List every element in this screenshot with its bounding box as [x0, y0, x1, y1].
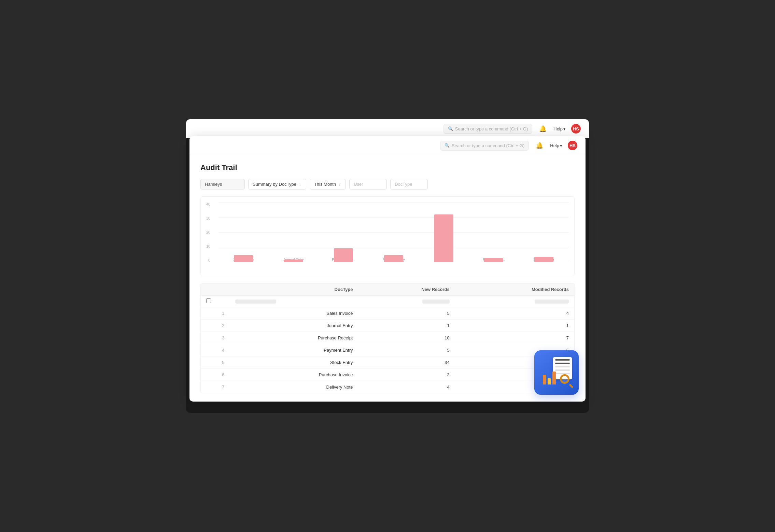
y-label-30: 30: [206, 216, 210, 220]
table-row: 1 Sales Invoice 5 4: [201, 307, 574, 320]
row-new-2: 1: [358, 320, 455, 332]
mini-bar-1: [543, 375, 546, 384]
audit-table: DocType New Records Modified Records: [201, 283, 574, 393]
table-row: 2 Journal Entry 1 1: [201, 320, 574, 332]
bar-group-journal-entry: Journal Entry: [269, 202, 319, 262]
table-header-num: [216, 283, 230, 296]
bar-group-purchase-invoice: Purchase In ...: [469, 202, 519, 262]
help-chevron-icon: ▾: [560, 143, 562, 148]
bar-payment-entry[interactable]: [384, 255, 403, 262]
bar-group-delivery-note: Delivery Note: [519, 202, 569, 262]
table-row: 7 Delivery Note 4 3: [201, 381, 574, 393]
user-avatar[interactable]: HS: [568, 141, 577, 150]
row-num-4: 4: [216, 344, 230, 356]
decoration-illustration: [534, 350, 579, 395]
row-modified-2: 1: [455, 320, 574, 332]
chart-bars: Sales Invoice Journal Entry Purchase Re …: [219, 202, 569, 270]
bar-delivery-note[interactable]: [534, 257, 553, 262]
view-type-chevron-icon: ⋮: [298, 182, 302, 186]
bg-user-avatar[interactable]: HS: [571, 124, 581, 134]
search-placeholder: Search or type a command (Ctrl + G): [452, 143, 525, 148]
filters-row: Hamleys Summary by DocType ⋮ This Month …: [200, 179, 575, 190]
page-title: Audit Trail: [200, 163, 575, 172]
table-header-row: DocType New Records Modified Records: [201, 283, 574, 296]
chart-y-axis: 0 10 20 30 40: [206, 202, 212, 262]
row-new-6: 3: [358, 369, 455, 381]
bg-search-icon: 🔍: [448, 126, 453, 131]
row-num-6: 6: [216, 369, 230, 381]
help-button[interactable]: Help ▾: [550, 143, 562, 148]
outer-frame: 🔍 Search or type a command (Ctrl + G) 🔔 …: [186, 119, 589, 413]
skeleton-new: [422, 299, 450, 304]
table-wrapper: DocType New Records Modified Records: [200, 283, 575, 393]
bg-help-button[interactable]: Help ▾: [553, 126, 566, 131]
bg-topbar: 🔍 Search or type a command (Ctrl + G) 🔔 …: [186, 119, 589, 138]
table-row-skeleton: [201, 296, 574, 307]
view-type-filter[interactable]: Summary by DocType ⋮: [248, 179, 306, 190]
search-icon: 🔍: [445, 143, 450, 148]
bg-search-box[interactable]: 🔍 Search or type a command (Ctrl + G): [443, 124, 533, 134]
row-modified-3: 7: [455, 332, 574, 344]
skeleton-checkbox[interactable]: [206, 298, 211, 303]
topbar: 🔍 Search or type a command (Ctrl + G) 🔔 …: [189, 136, 586, 155]
bar-group-payment-entry: Payment Entry: [369, 202, 419, 262]
page-content: Audit Trail Hamleys Summary by DocType ⋮…: [189, 155, 586, 402]
bg-help-label: Help: [553, 126, 563, 131]
bell-button[interactable]: 🔔: [534, 140, 545, 151]
row-new-4: 5: [358, 344, 455, 356]
paper-line-1: [555, 359, 570, 361]
table-row: 3 Purchase Receipt 10 7: [201, 332, 574, 344]
mini-bar-2: [548, 378, 551, 384]
bg-search-placeholder: Search or type a command (Ctrl + G): [455, 126, 528, 131]
row-num-2: 2: [216, 320, 230, 332]
table-row: 5 Stock Entry 34 34: [201, 356, 574, 369]
row-modified-1: 4: [455, 307, 574, 320]
user-filter[interactable]: User: [349, 179, 387, 190]
table-header-checkbox: [201, 283, 216, 296]
main-window: 🔍 Search or type a command (Ctrl + G) 🔔 …: [189, 136, 586, 402]
row-new-3: 10: [358, 332, 455, 344]
row-doctype-3: Purchase Receipt: [230, 332, 358, 344]
y-label-0: 0: [208, 258, 210, 262]
table-header-doctype: DocType: [230, 283, 358, 296]
search-box[interactable]: 🔍 Search or type a command (Ctrl + G): [440, 141, 529, 151]
help-label: Help: [550, 143, 559, 148]
mag-circle: [560, 374, 569, 384]
paper-line-4: [555, 369, 570, 371]
row-num-1: 1: [216, 307, 230, 320]
mini-bar-3: [552, 372, 556, 384]
bar-purchase-invoice[interactable]: [484, 258, 503, 262]
y-label-40: 40: [206, 202, 210, 206]
mini-bars-icon: [543, 372, 556, 384]
row-doctype-5: Stock Entry: [230, 356, 358, 369]
period-filter[interactable]: This Month ⋮: [310, 179, 346, 190]
decoration-inner: [541, 357, 572, 388]
row-num-7: 7: [216, 381, 230, 393]
company-filter[interactable]: Hamleys: [200, 179, 245, 190]
period-label: This Month: [314, 182, 336, 187]
doctype-filter[interactable]: DocType: [390, 179, 428, 190]
skeleton-doctype: [235, 299, 276, 304]
bar-group-stock-entry: Stock Entry: [419, 202, 469, 262]
y-label-10: 10: [206, 244, 210, 248]
row-new-7: 4: [358, 381, 455, 393]
row-doctype-7: Delivery Note: [230, 381, 358, 393]
bar-group-purchase-receipt: Purchase Re ...: [319, 202, 369, 262]
row-num-5: 5: [216, 356, 230, 369]
row-doctype-1: Sales Invoice: [230, 307, 358, 320]
chart-area: 0 10 20 30 40: [200, 196, 575, 276]
view-type-label: Summary by DocType: [253, 182, 296, 187]
bar-purchase-receipt[interactable]: [334, 248, 353, 262]
row-num-3: 3: [216, 332, 230, 344]
bar-journal-entry[interactable]: [284, 260, 303, 262]
bar-stock-entry[interactable]: [434, 214, 453, 262]
row-new-5: 34: [358, 356, 455, 369]
table-row: 4 Payment Entry 5 5: [201, 344, 574, 356]
paper-line-3: [555, 366, 570, 367]
magnifier-icon: [560, 374, 574, 388]
bg-bell-button[interactable]: 🔔: [538, 124, 548, 134]
table-row: 6 Purchase Invoice 3 3: [201, 369, 574, 381]
row-doctype-6: Purchase Invoice: [230, 369, 358, 381]
paper-line-2: [555, 363, 570, 364]
bar-sales-invoice[interactable]: [234, 255, 253, 262]
